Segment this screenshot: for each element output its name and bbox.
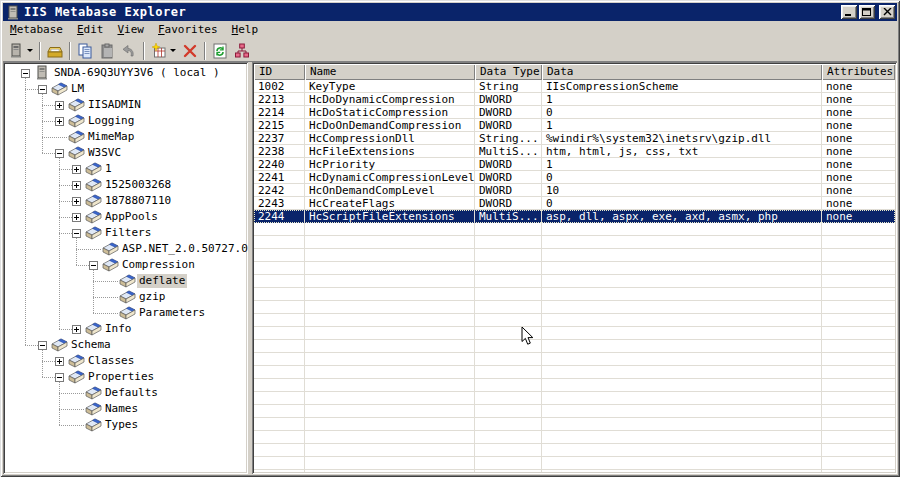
copy-button[interactable]	[75, 40, 95, 62]
tree-expander-plus-icon[interactable]	[55, 357, 64, 366]
menu-view[interactable]: View	[110, 21, 151, 39]
tree-item-label[interactable]: deflate	[137, 274, 187, 288]
refresh-button[interactable]	[210, 40, 230, 62]
table-row-2215[interactable]: 2215HcDoOnDemandCompressionDWORD1none	[254, 119, 895, 132]
table-row-1002[interactable]: 1002KeyTypeStringIIsCompressionSchemenon…	[254, 80, 895, 93]
hierarchy-view-button[interactable]	[232, 40, 252, 62]
tree-item-label[interactable]: Compression	[120, 258, 197, 272]
menu-help[interactable]: Help	[225, 21, 266, 39]
table-row-2240[interactable]: 2240HcPriorityDWORD1none	[254, 158, 895, 171]
menu-metabase[interactable]: Metabase	[3, 21, 70, 39]
tree-item-w3svc[interactable]: W3SVC	[86, 145, 123, 161]
tree-item-label[interactable]: W3SVC	[86, 146, 123, 160]
tree-item-defaults[interactable]: Defaults	[103, 385, 160, 401]
tree-item-label[interactable]: ASP.NET_2.0.50727.0	[120, 242, 248, 256]
tree-expander-minus-icon[interactable]	[21, 69, 30, 78]
menu-favorites[interactable]: Favorites	[151, 21, 225, 39]
tree-item-snda-69q3uyy3v6-local[interactable]: SNDA-69Q3UYY3V6 ( local )	[52, 65, 222, 81]
tree-item-label[interactable]: gzip	[137, 290, 168, 304]
tree-item-parameters[interactable]: Parameters	[137, 305, 207, 321]
tree-item-1525003268[interactable]: 1525003268	[103, 177, 173, 193]
tree-expander-minus-icon[interactable]	[38, 85, 47, 94]
table-row-2244[interactable]: 2244HcScriptFileExtensionsMultiS...asp, …	[254, 210, 895, 223]
maximize-button[interactable]	[859, 5, 875, 19]
tree-item-1878807110[interactable]: 1878807110	[103, 193, 173, 209]
tree-item-apppools[interactable]: AppPools	[103, 209, 160, 225]
tree-item-label[interactable]: Logging	[86, 114, 136, 128]
tree-item-label[interactable]: Classes	[86, 354, 136, 368]
column-header-data-type[interactable]: Data Type	[475, 64, 542, 80]
close-button[interactable]	[879, 5, 895, 19]
table-row-2214[interactable]: 2214HcDoStaticCompressionDWORD0none	[254, 106, 895, 119]
tree-item-schema[interactable]: Schema	[69, 337, 113, 353]
tree-item-label[interactable]: Info	[103, 322, 134, 336]
tree-item-filters[interactable]: Filters	[103, 225, 153, 241]
paste-button[interactable]	[97, 40, 117, 62]
undo-button[interactable]	[119, 40, 139, 62]
connect-server-button[interactable]	[6, 40, 35, 62]
column-header-id[interactable]: ID	[254, 64, 305, 80]
key-icon	[102, 241, 119, 256]
dropdown-arrow-icon[interactable]	[170, 49, 176, 52]
column-header-name[interactable]: Name	[305, 64, 475, 80]
dropdown-arrow-icon[interactable]	[27, 49, 33, 52]
table-row-2213[interactable]: 2213HcDoDynamicCompressionDWORD1none	[254, 93, 895, 106]
tree-expander-minus-icon[interactable]	[89, 261, 98, 270]
tree-expander-minus-icon[interactable]	[55, 149, 64, 158]
tree-item-1[interactable]: 1	[103, 161, 114, 177]
tree-item-mimemap[interactable]: MimeMap	[86, 129, 136, 145]
tree-item-types[interactable]: Types	[103, 417, 140, 433]
table-row-2243[interactable]: 2243HcCreateFlagsDWORD0none	[254, 197, 895, 210]
tree-item-properties[interactable]: Properties	[86, 369, 156, 385]
tree-item-label[interactable]: 1878807110	[103, 194, 173, 208]
tree-item-label[interactable]: Parameters	[137, 306, 207, 320]
tree-expander-minus-icon[interactable]	[72, 229, 81, 238]
tree-expander-plus-icon[interactable]	[55, 101, 64, 110]
cell-id: 2237	[254, 132, 305, 145]
tree-expander-plus-icon[interactable]	[72, 181, 81, 190]
delete-button[interactable]	[180, 40, 200, 62]
tree-item-logging[interactable]: Logging	[86, 113, 136, 129]
tree-expander-plus-icon[interactable]	[72, 165, 81, 174]
tree-item-label[interactable]: LM	[69, 82, 86, 96]
column-header-attributes[interactable]: Attributes	[822, 64, 895, 80]
tree-item-label[interactable]: 1	[103, 162, 114, 176]
tree-expander-plus-icon[interactable]	[72, 197, 81, 206]
table-row-2238[interactable]: 2238HcFileExtensionsMultiS...htm, html, …	[254, 145, 895, 158]
menu-bar: MetabaseEditViewFavoritesHelp	[3, 21, 897, 39]
tree-item-gzip[interactable]: gzip	[137, 289, 168, 305]
minimize-button[interactable]	[841, 5, 857, 19]
tree-item-asp-net-2-0-50727-0[interactable]: ASP.NET_2.0.50727.0	[120, 241, 248, 257]
cell-name: HcDoDynamicCompression	[305, 93, 475, 106]
menu-edit[interactable]: Edit	[70, 21, 111, 39]
tree-item-lm[interactable]: LM	[69, 81, 86, 97]
column-header-data[interactable]: Data	[542, 64, 822, 80]
tree-item-label[interactable]: MimeMap	[86, 130, 136, 144]
tree-item-classes[interactable]: Classes	[86, 353, 136, 369]
tree-expander-plus-icon[interactable]	[72, 325, 81, 334]
tree-item-label[interactable]: IISADMIN	[86, 98, 143, 112]
tree-item-label[interactable]: Schema	[69, 338, 113, 352]
tree-item-deflate[interactable]: deflate	[137, 273, 187, 289]
table-row-2242[interactable]: 2242HcOnDemandCompLevelDWORD10none	[254, 184, 895, 197]
new-key-button[interactable]	[149, 40, 178, 62]
tree-expander-minus-icon[interactable]	[55, 373, 64, 382]
tree-item-info[interactable]: Info	[103, 321, 134, 337]
tree-item-iisadmin[interactable]: IISADMIN	[86, 97, 143, 113]
tree-expander-plus-icon[interactable]	[72, 213, 81, 222]
tree-expander-minus-icon[interactable]	[38, 341, 47, 350]
table-row-2237[interactable]: 2237HcCompressionDllString...%windir%\sy…	[254, 132, 895, 145]
tree-item-label[interactable]: 1525003268	[103, 178, 173, 192]
tree-item-compression[interactable]: Compression	[120, 257, 197, 273]
tree-item-names[interactable]: Names	[103, 401, 140, 417]
tree-item-label[interactable]: SNDA-69Q3UYY3V6 ( local )	[52, 66, 222, 80]
tree-item-label[interactable]: Types	[103, 418, 140, 432]
tree-item-label[interactable]: Defaults	[103, 386, 160, 400]
tree-item-label[interactable]: AppPools	[103, 210, 160, 224]
tree-item-label[interactable]: Filters	[103, 226, 153, 240]
open-button[interactable]	[45, 40, 65, 62]
tree-item-label[interactable]: Properties	[86, 370, 156, 384]
table-row-2241[interactable]: 2241HcDynamicCompressionLevelDWORD0none	[254, 171, 895, 184]
tree-expander-plus-icon[interactable]	[55, 117, 64, 126]
tree-item-label[interactable]: Names	[103, 402, 140, 416]
